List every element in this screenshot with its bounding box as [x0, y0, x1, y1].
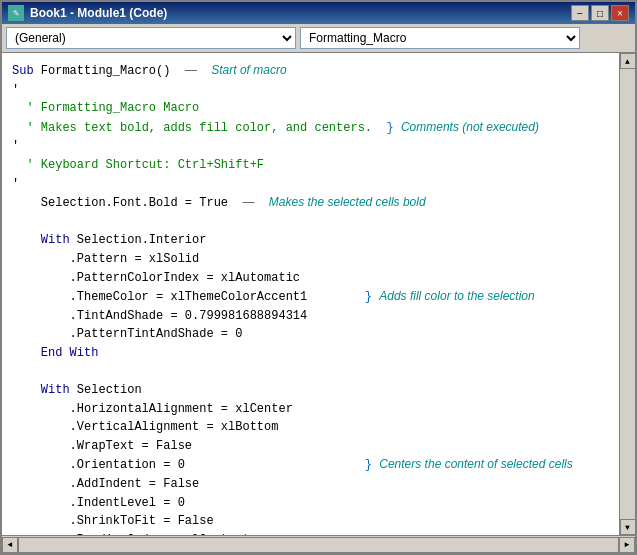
- line-2: ': [12, 83, 19, 97]
- main-content: Sub Formatting_Macro() — Start of macro …: [2, 53, 635, 553]
- close-button[interactable]: ×: [611, 5, 629, 21]
- code-area: Sub Formatting_Macro() — Start of macro …: [2, 53, 635, 553]
- h-scroll-track[interactable]: [18, 537, 619, 553]
- line-3: ' Formatting_Macro Macro: [12, 101, 199, 115]
- line-6: ' Keyboard Shortcut: Ctrl+Shift+F: [12, 158, 264, 172]
- line-10: With Selection.Interior: [12, 233, 206, 247]
- line-25: .ShrinkToFit = False: [12, 514, 214, 528]
- line-21: .WrapText = False: [12, 439, 192, 453]
- line-22: .Orientation = 0 } Centers the content o…: [12, 458, 573, 472]
- line-18: With Selection: [12, 383, 142, 397]
- scroll-left-button[interactable]: ◄: [2, 537, 18, 553]
- maximize-button[interactable]: □: [591, 5, 609, 21]
- title-buttons: − □ ×: [571, 5, 629, 21]
- line-19: .HorizontalAlignment = xlCenter: [12, 402, 293, 416]
- line-5: ': [12, 139, 19, 153]
- window-icon: ✎: [8, 5, 24, 21]
- line-12: .PatternColorIndex = xlAutomatic: [12, 271, 300, 285]
- line-15: .PatternTintAndShade = 0: [12, 327, 242, 341]
- scroll-track[interactable]: [620, 69, 635, 519]
- line-13: .ThemeColor = xlThemeColorAccent1 } Adds…: [12, 290, 535, 304]
- general-dropdown[interactable]: (General): [6, 27, 296, 49]
- line-11: .Pattern = xlSolid: [12, 252, 199, 266]
- toolbar: (General) Formatting_Macro: [2, 24, 635, 53]
- line-9: [12, 215, 19, 229]
- minimize-button[interactable]: −: [571, 5, 589, 21]
- macro-dropdown[interactable]: Formatting_Macro: [300, 27, 580, 49]
- scroll-up-button[interactable]: ▲: [620, 53, 636, 69]
- scroll-down-button[interactable]: ▼: [620, 519, 636, 535]
- line-4: ' Makes text bold, adds fill color, and …: [12, 121, 539, 135]
- line-17: [12, 365, 19, 379]
- line-24: .IndentLevel = 0: [12, 496, 185, 510]
- title-bar-left: ✎ Book1 - Module1 (Code): [8, 5, 167, 21]
- line-20: .VerticalAlignment = xlBottom: [12, 420, 278, 434]
- scroll-right-button[interactable]: ►: [619, 537, 635, 553]
- line-8: Selection.Font.Bold = True — Makes the s…: [12, 196, 426, 210]
- title-bar: ✎ Book1 - Module1 (Code) − □ ×: [2, 2, 635, 24]
- horizontal-scrollbar: ◄ ►: [2, 537, 635, 553]
- line-16: End With: [12, 346, 98, 360]
- line-23: .AddIndent = False: [12, 477, 199, 491]
- main-window: ✎ Book1 - Module1 (Code) − □ × (General)…: [0, 0, 637, 555]
- bottom-bar: ◄ ►: [2, 535, 635, 553]
- vertical-scrollbar: ▲ ▼: [619, 53, 635, 535]
- code-pre: Sub Formatting_Macro() — Start of macro …: [12, 61, 609, 535]
- line-14: .TintAndShade = 0.799981688894314: [12, 309, 307, 323]
- line-1: Sub Formatting_Macro() — Start of macro: [12, 64, 287, 78]
- window-title: Book1 - Module1 (Code): [30, 6, 167, 20]
- line-7: ': [12, 177, 19, 191]
- code-editor[interactable]: Sub Formatting_Macro() — Start of macro …: [2, 53, 619, 535]
